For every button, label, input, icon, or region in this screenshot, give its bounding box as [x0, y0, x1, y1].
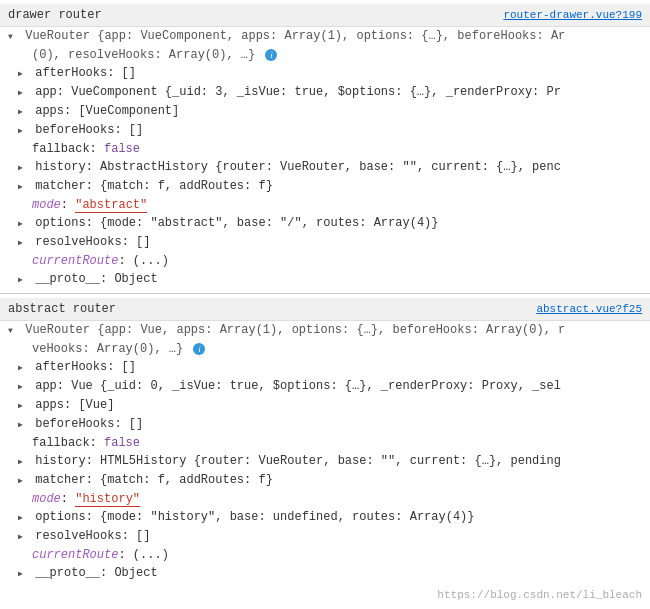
row-apps1[interactable]: apps: [VueComponent] — [0, 102, 650, 121]
section2-root-row[interactable]: VueRouter {app: Vue, apps: Array(1), opt… — [0, 321, 650, 340]
section2-root-cont: veHooks: Array(0), …} i — [32, 342, 205, 356]
section1-root-row[interactable]: VueRouter {app: VueComponent, apps: Arra… — [0, 27, 650, 46]
key-fallback1: fallback: false — [32, 142, 140, 156]
section1-root-row2: (0), resolveHooks: Array(0), …} i — [0, 46, 650, 64]
key-resolvehooks1: resolveHooks: [] — [35, 235, 150, 249]
key-proto1: __proto__: Object — [35, 272, 157, 286]
key-currentroute1: currentRoute: (...) — [32, 254, 169, 268]
key-options2: options: {mode: "history", base: undefin… — [35, 510, 474, 524]
arrow-apps1[interactable] — [18, 103, 28, 120]
row-matcher2[interactable]: matcher: {match: f, addRoutes: f} — [0, 471, 650, 490]
key-apps1: apps: [VueComponent] — [35, 104, 179, 118]
key-currentroute2: currentRoute: (...) — [32, 548, 169, 562]
arrow-afterhooks2[interactable] — [18, 359, 28, 376]
row-currentroute1: currentRoute: (...) — [0, 252, 650, 270]
info-icon-2[interactable]: i — [193, 343, 205, 355]
section1-root-cont: (0), resolveHooks: Array(0), …} i — [32, 48, 277, 62]
debugger-panel: drawer router router-drawer.vue?199 VueR… — [0, 0, 650, 587]
section1-title: drawer router — [8, 8, 102, 22]
key-options1: options: {mode: "abstract", base: "/", r… — [35, 216, 438, 230]
arrow-beforehooks2[interactable] — [18, 416, 28, 433]
row-resolvehooks1[interactable]: resolveHooks: [] — [0, 233, 650, 252]
arrow-afterhooks[interactable] — [18, 65, 28, 82]
row-mode1: mode: "abstract" — [0, 196, 650, 214]
row-proto2[interactable]: __proto__: Object — [0, 564, 650, 583]
key-mode1: mode: "abstract" — [32, 198, 147, 213]
row-afterhooks2[interactable]: afterHooks: [] — [0, 358, 650, 377]
section1-link[interactable]: router-drawer.vue?199 — [503, 9, 642, 21]
row-resolvehooks2[interactable]: resolveHooks: [] — [0, 527, 650, 546]
row-afterhooks[interactable]: afterHooks: [] — [0, 64, 650, 83]
row-app1[interactable]: app: VueComponent {_uid: 3, _isVue: true… — [0, 83, 650, 102]
row-app2[interactable]: app: Vue {_uid: 0, _isVue: true, $option… — [0, 377, 650, 396]
arrow-matcher1[interactable] — [18, 178, 28, 195]
expand-arrow[interactable] — [8, 28, 18, 45]
row-options1[interactable]: options: {mode: "abstract", base: "/", r… — [0, 214, 650, 233]
key-resolvehooks2: resolveHooks: [] — [35, 529, 150, 543]
arrow-history1[interactable] — [18, 159, 28, 176]
watermark: https://blog.csdn.net/li_bleach — [437, 589, 642, 601]
key-history1: history: AbstractHistory {router: VueRou… — [35, 160, 561, 174]
section2-header: abstract router abstract.vue?f25 — [0, 298, 650, 321]
section2-title: abstract router — [8, 302, 116, 316]
row-fallback2: fallback: false — [0, 434, 650, 452]
section1-root-label: VueRouter {app: VueComponent, apps: Arra… — [25, 29, 565, 43]
arrow-proto2[interactable] — [18, 565, 28, 582]
row-fallback1: fallback: false — [0, 140, 650, 158]
key-apps2: apps: [Vue] — [35, 398, 114, 412]
section2-link[interactable]: abstract.vue?f25 — [536, 303, 642, 315]
key-matcher1: matcher: {match: f, addRoutes: f} — [35, 179, 273, 193]
arrow-options1[interactable] — [18, 215, 28, 232]
key-proto2: __proto__: Object — [35, 566, 157, 580]
arrow-history2[interactable] — [18, 453, 28, 470]
row-beforehooks2[interactable]: beforeHooks: [] — [0, 415, 650, 434]
arrow-app2[interactable] — [18, 378, 28, 395]
key-afterhooks2: afterHooks: [] — [35, 360, 136, 374]
arrow-matcher2[interactable] — [18, 472, 28, 489]
key-beforehooks1: beforeHooks: [] — [35, 123, 143, 137]
key-mode2: mode: "history" — [32, 492, 140, 507]
key-beforehooks2: beforeHooks: [] — [35, 417, 143, 431]
row-options2[interactable]: options: {mode: "history", base: undefin… — [0, 508, 650, 527]
expand-arrow-2[interactable] — [8, 322, 18, 339]
section2-root-row2: veHooks: Array(0), …} i — [0, 340, 650, 358]
arrow-proto1[interactable] — [18, 271, 28, 288]
row-currentroute2: currentRoute: (...) — [0, 546, 650, 564]
key-fallback2: fallback: false — [32, 436, 140, 450]
info-icon-1[interactable]: i — [265, 49, 277, 61]
row-beforehooks1[interactable]: beforeHooks: [] — [0, 121, 650, 140]
section-drawer: drawer router router-drawer.vue?199 VueR… — [0, 0, 650, 293]
section-abstract: abstract router abstract.vue?f25 VueRout… — [0, 294, 650, 587]
row-proto1[interactable]: __proto__: Object — [0, 270, 650, 289]
arrow-apps2[interactable] — [18, 397, 28, 414]
row-mode2: mode: "history" — [0, 490, 650, 508]
row-matcher1[interactable]: matcher: {match: f, addRoutes: f} — [0, 177, 650, 196]
section1-header: drawer router router-drawer.vue?199 — [0, 4, 650, 27]
key-matcher2: matcher: {match: f, addRoutes: f} — [35, 473, 273, 487]
arrow-app1[interactable] — [18, 84, 28, 101]
row-history2[interactable]: history: HTML5History {router: VueRouter… — [0, 452, 650, 471]
row-history1[interactable]: history: AbstractHistory {router: VueRou… — [0, 158, 650, 177]
key-app2: app: Vue {_uid: 0, _isVue: true, $option… — [35, 379, 561, 393]
arrow-resolvehooks1[interactable] — [18, 234, 28, 251]
key-history2: history: HTML5History {router: VueRouter… — [35, 454, 561, 468]
arrow-options2[interactable] — [18, 509, 28, 526]
section2-root-label: VueRouter {app: Vue, apps: Array(1), opt… — [25, 323, 565, 337]
row-apps2[interactable]: apps: [Vue] — [0, 396, 650, 415]
key-app1: app: VueComponent {_uid: 3, _isVue: true… — [35, 85, 561, 99]
arrow-beforehooks1[interactable] — [18, 122, 28, 139]
arrow-resolvehooks2[interactable] — [18, 528, 28, 545]
key-afterhooks: afterHooks: [] — [35, 66, 136, 80]
